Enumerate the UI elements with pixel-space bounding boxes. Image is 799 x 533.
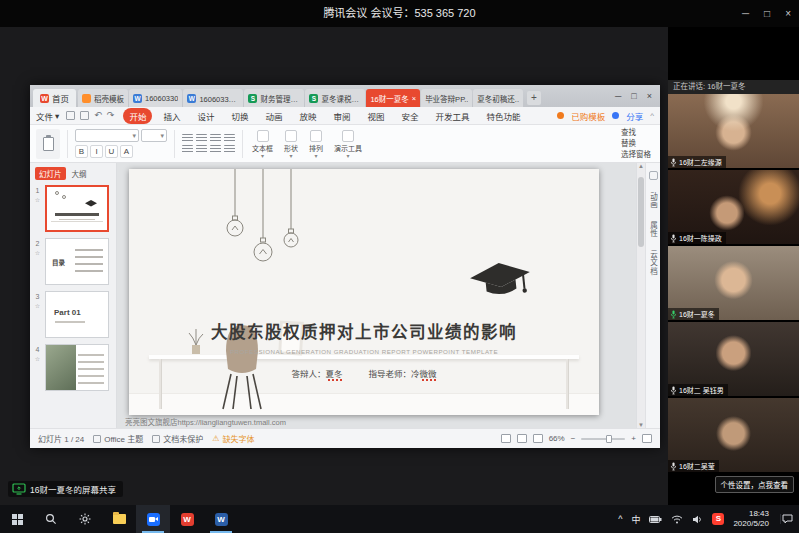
slide-thumbnail-1[interactable]: 1 ☆ <box>30 185 113 232</box>
scroll-up-icon[interactable]: ▲ <box>637 163 645 169</box>
doc-tab[interactable]: S 财务管理基.. <box>244 89 304 107</box>
file-menu[interactable]: 文件 ▾ <box>36 110 59 122</box>
redo-icon[interactable]: ↷ <box>107 111 115 120</box>
numbering-icon[interactable] <box>196 145 207 153</box>
wps-home-tab[interactable]: W 首页 <box>33 89 76 107</box>
ribbon-tab-features[interactable]: 特色功能 <box>481 108 527 124</box>
undo-icon[interactable]: ↶ <box>94 111 102 120</box>
sidebar-tab-animation[interactable]: 动画 <box>648 192 659 209</box>
sidebar-tab-cloud[interactable]: 云文档 <box>648 250 659 276</box>
doc-tab-active[interactable]: P 16财一夏冬 × <box>366 89 420 107</box>
meeting-app-button[interactable] <box>136 505 170 533</box>
minimize-icon[interactable]: ─ <box>742 8 749 19</box>
normal-view-icon[interactable] <box>501 434 511 443</box>
line-spacing-icon[interactable] <box>210 145 221 153</box>
new-tab-button[interactable]: + <box>527 91 541 105</box>
slide-thumbnail-3[interactable]: 3 ☆ Part 01 <box>30 291 113 338</box>
fullscreen-icon[interactable] <box>642 434 652 443</box>
current-slide[interactable]: 大股东股权质押对上市公司业绩的影响 PROFESSIONAL GENERATIO… <box>129 169 599 415</box>
word-app-button[interactable]: W <box>204 505 238 533</box>
file-explorer-button[interactable] <box>102 505 136 533</box>
bold-button[interactable]: B <box>75 145 88 158</box>
ribbon-tab-view[interactable]: 视图 <box>362 108 391 124</box>
action-center-button[interactable] <box>780 514 794 524</box>
ribbon-tab-devtools[interactable]: 开发工具 <box>430 108 476 124</box>
bullets-icon[interactable] <box>182 145 193 153</box>
volume-icon[interactable] <box>692 515 703 524</box>
replace-button[interactable]: 替换 <box>621 138 651 149</box>
missing-font-label[interactable]: 缺失字体 <box>222 433 254 444</box>
underline-button[interactable]: U <box>105 145 118 158</box>
indent-icon[interactable] <box>224 145 235 153</box>
ime-indicator[interactable]: 中 <box>631 513 640 526</box>
tray-expand-icon[interactable]: ^ <box>618 514 622 524</box>
wps-maximize-icon[interactable]: □ <box>631 91 636 101</box>
textbox-button[interactable]: 文本框 ▾ <box>250 130 275 158</box>
slide-canvas[interactable]: 大股东股权质押对上市公司业绩的影响 PROFESSIONAL GENERATIO… <box>117 163 645 428</box>
slide-title[interactable]: 大股东股权质押对上市公司业绩的影响 <box>129 319 599 343</box>
sogou-ime-icon[interactable]: S <box>712 513 724 525</box>
participant-video[interactable]: 16财二吴莹 <box>668 398 799 472</box>
reading-view-icon[interactable] <box>533 434 543 443</box>
settings-button[interactable] <box>68 505 102 533</box>
slide-thumbnail-2[interactable]: 2 ☆ 目录 <box>30 238 113 285</box>
ribbon-tab-review[interactable]: 审阅 <box>327 108 356 124</box>
justify-icon[interactable] <box>224 134 235 142</box>
wps-app-button[interactable]: W <box>170 505 204 533</box>
tab-slides[interactable]: 幻灯片 <box>35 167 66 180</box>
selection-pane-button[interactable]: 选择窗格 <box>621 149 651 160</box>
participant-video-speaking[interactable]: 16财一夏冬 <box>668 246 799 320</box>
participant-video[interactable]: 16财一陈操政 <box>668 170 799 244</box>
font-size-select[interactable]: ▾ <box>141 129 167 142</box>
slide-subtitle[interactable]: PROFESSIONAL GENERATION GRADUATION REPOR… <box>129 348 599 355</box>
search-button[interactable] <box>34 505 68 533</box>
wps-close-icon[interactable]: × <box>647 91 652 101</box>
zoom-slider-knob[interactable] <box>606 435 612 443</box>
doc-tab-docer[interactable]: 稻壳模板 <box>78 89 128 107</box>
zoom-slider[interactable] <box>581 438 625 440</box>
close-tab-icon[interactable]: × <box>412 94 416 103</box>
participant-video[interactable]: 16财二 吴钰男 <box>668 322 799 396</box>
presentation-tools-button[interactable]: 演示工具 ▾ <box>332 130 364 158</box>
participant-video[interactable]: 16财二左缘源 <box>668 94 799 168</box>
share-button[interactable]: 分享 <box>626 110 643 122</box>
align-right-icon[interactable] <box>210 134 221 142</box>
doc-tab[interactable]: W 16060330夏冬 <box>183 89 243 107</box>
italic-button[interactable]: I <box>90 145 103 158</box>
sidebar-tab-properties[interactable]: 属性 <box>648 221 659 238</box>
ribbon-tab-home[interactable]: 开始 <box>123 108 152 124</box>
scrollbar-thumb[interactable] <box>638 177 644 247</box>
ribbon-tab-transition[interactable]: 切换 <box>225 108 254 124</box>
doc-tab[interactable]: P 夏冬初稿还.. <box>473 89 523 107</box>
zoom-out-icon[interactable]: − <box>571 434 576 443</box>
ribbon-tab-insert[interactable]: 插入 <box>157 108 186 124</box>
ribbon-tab-design[interactable]: 设计 <box>191 108 220 124</box>
taskbar-clock[interactable]: 18:43 2020/5/20 <box>733 509 769 530</box>
theme-label[interactable]: Office 主题 <box>104 433 143 444</box>
ime-tooltip[interactable]: 个性设置，点我查看 <box>715 476 795 493</box>
close-icon[interactable]: × <box>785 8 791 19</box>
align-center-icon[interactable] <box>196 134 207 142</box>
start-button[interactable] <box>0 505 34 533</box>
arrange-button[interactable]: 排列 ▾ <box>307 130 325 158</box>
font-color-button[interactable]: A <box>120 145 133 158</box>
advisor-label[interactable]: 指导老师：冷微微 <box>369 367 437 379</box>
wps-minimize-icon[interactable]: ─ <box>615 91 621 101</box>
protection-label[interactable]: 文档未保护 <box>163 433 203 444</box>
ribbon-tab-animation[interactable]: 动画 <box>259 108 288 124</box>
save-icon[interactable] <box>66 111 75 120</box>
presenter-label[interactable]: 答辩人：夏冬 <box>291 367 342 379</box>
shapes-button[interactable]: 形状 ▾ <box>282 130 300 158</box>
vertical-scrollbar[interactable]: ▲ ▼ <box>636 163 645 428</box>
maximize-icon[interactable]: □ <box>764 8 770 19</box>
align-left-icon[interactable] <box>182 134 193 142</box>
purchased-templates-button[interactable]: 已购模板 <box>571 110 605 122</box>
ribbon-tab-slideshow[interactable]: 放映 <box>293 108 322 124</box>
paste-button[interactable] <box>36 129 60 159</box>
sidebar-tool-icon[interactable] <box>649 171 658 180</box>
slide-thumbnail-4[interactable]: 4 ☆ <box>30 344 113 391</box>
font-family-select[interactable]: ▾ <box>75 129 139 142</box>
ribbon-tab-security[interactable]: 安全 <box>396 108 425 124</box>
doc-tab[interactable]: P 毕业答辩PP.. <box>421 89 472 107</box>
slide-sorter-icon[interactable] <box>517 434 527 443</box>
